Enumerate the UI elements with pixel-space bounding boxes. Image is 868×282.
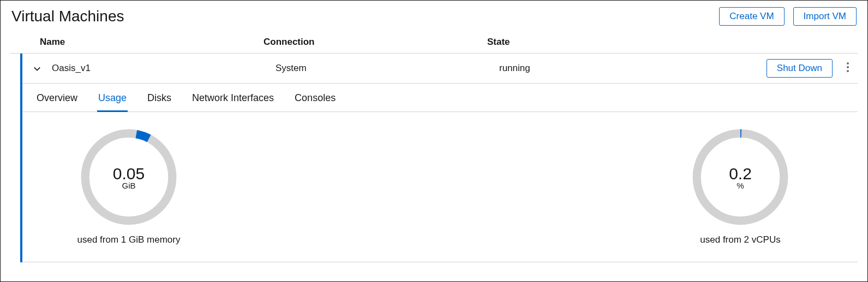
tab-disks[interactable]: Disks (146, 90, 172, 111)
memory-caption: used from 1 GiB memory (77, 234, 181, 245)
col-header-conn: Connection (264, 37, 487, 48)
col-header-name: Name (40, 37, 264, 48)
memory-value: 0.05 (113, 164, 145, 183)
memory-gauge-block: 0.05 GiB used from 1 GiB memory (77, 125, 181, 245)
row-state: running (499, 63, 707, 74)
header-actions: Create VM Import VM (719, 7, 857, 26)
usage-panel: 0.05 GiB used from 1 GiB memory 0.2 % (22, 112, 858, 262)
page-title: Virtual Machines (11, 8, 124, 25)
cpu-unit: % (737, 181, 744, 190)
shut-down-button[interactable]: Shut Down (767, 59, 833, 78)
cpu-gauge: 0.2 % (689, 125, 792, 229)
cpu-value: 0.2 (729, 164, 752, 183)
row-name[interactable]: Oasis_v1 (52, 63, 276, 74)
cpu-caption: used from 2 vCPUs (700, 234, 780, 245)
svg-point-2 (847, 70, 849, 72)
tab-overview[interactable]: Overview (35, 90, 79, 111)
chevron-down-icon[interactable] (33, 64, 41, 72)
import-vm-button[interactable]: Import VM (793, 7, 857, 26)
kebab-icon[interactable] (842, 62, 853, 75)
cpu-gauge-block: 0.2 % used from 2 vCPUs (689, 125, 792, 245)
table-row: Oasis_v1 System running Shut Down (22, 54, 858, 84)
row-conn: System (276, 63, 499, 74)
table-header: Name Connection State (10, 32, 858, 54)
tabs: Overview Usage Disks Network Interfaces … (22, 84, 858, 112)
memory-unit: GiB (122, 181, 135, 190)
memory-gauge: 0.05 GiB (77, 125, 181, 229)
create-vm-button[interactable]: Create VM (719, 7, 784, 26)
tab-network[interactable]: Network Interfaces (191, 90, 275, 111)
tab-consoles[interactable]: Consoles (294, 90, 337, 111)
svg-point-0 (847, 62, 849, 64)
svg-point-1 (847, 66, 849, 68)
col-header-state: State (487, 37, 695, 48)
tab-usage[interactable]: Usage (97, 90, 128, 112)
